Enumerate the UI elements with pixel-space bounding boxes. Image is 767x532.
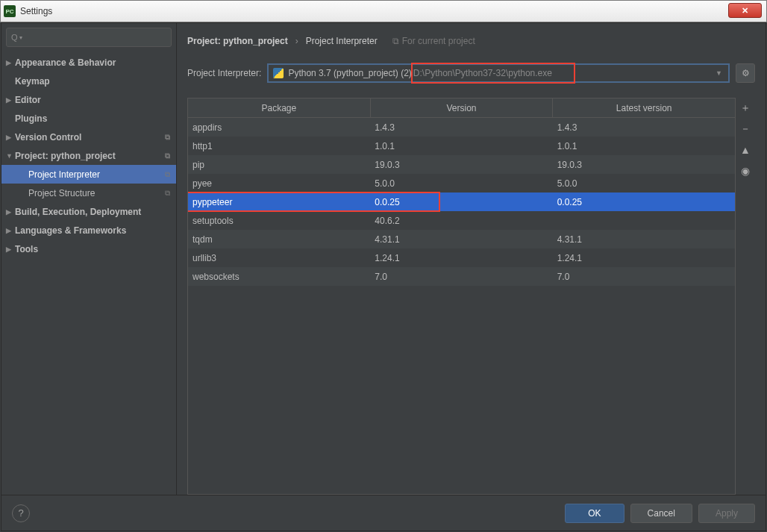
table-row[interactable]: urllib31.24.11.24.1: [188, 248, 735, 267]
title-bar: PC Settings: [0, 0, 767, 22]
cell-version: 0.0.25: [370, 197, 552, 207]
table-row[interactable]: setuptools40.6.2: [188, 211, 735, 230]
gear-icon: ⚙: [742, 68, 750, 78]
arrow-icon: ▶: [6, 245, 11, 253]
sidebar-item-label: Keymap: [15, 76, 50, 87]
table-row[interactable]: tqdm4.31.14.31.1: [188, 230, 735, 248]
sidebar-item-label: Project Structure: [28, 188, 95, 198]
cell-package: urllib3: [188, 253, 370, 263]
settings-tree: ▶Appearance & BehaviorKeymap▶EditorPlugi…: [1, 50, 176, 258]
sidebar-item[interactable]: ▶Appearance & Behavior: [1, 53, 176, 72]
show-button[interactable]: ◉: [738, 163, 753, 178]
remove-button[interactable]: －: [738, 122, 753, 137]
chevron-down-icon: ▾: [19, 34, 22, 41]
python-icon: [273, 68, 284, 78]
cancel-button[interactable]: Cancel: [630, 504, 692, 523]
cell-version: 1.4.3: [370, 122, 552, 133]
sidebar-item-label: Tools: [15, 244, 38, 254]
cell-package: setuptools: [188, 216, 370, 226]
cell-package: pyee: [188, 178, 370, 189]
sidebar-child-item[interactable]: Project Interpreter⧉: [1, 165, 176, 184]
sidebar-item[interactable]: ▶Tools: [1, 240, 176, 258]
interpreter-label: Project Interpreter:: [187, 68, 261, 78]
col-package[interactable]: Package: [188, 98, 371, 117]
table-header: Package Version Latest version: [188, 98, 735, 118]
window-title: Settings: [20, 6, 52, 16]
sidebar-child-item[interactable]: Project Structure⧉: [1, 184, 176, 202]
table-toolbar: ＋ － ▲ ◉: [736, 98, 755, 495]
sidebar-item[interactable]: ▶Version Control⧉: [1, 128, 176, 146]
table-row[interactable]: pip19.0.319.0.3: [188, 155, 735, 174]
sidebar-item-label: Editor: [15, 95, 41, 105]
interpreter-select[interactable]: Python 3.7 (python_project) (2) D:\Pytho…: [267, 63, 730, 83]
packages-area: Package Version Latest version appdirs1.…: [187, 98, 755, 495]
table-row[interactable]: pyppeteer0.0.250.0.25: [188, 193, 735, 211]
cell-latest: 0.0.25: [553, 197, 735, 207]
cell-version: 5.0.0: [370, 178, 552, 189]
arrow-icon: ▶: [6, 96, 11, 104]
cell-package: tqdm: [188, 234, 370, 245]
sidebar-item-label: Project: python_project: [15, 151, 116, 161]
cell-package: http1: [188, 141, 370, 151]
help-icon: ?: [18, 507, 23, 519]
gear-button[interactable]: ⚙: [736, 63, 755, 83]
settings-window: Q▾ ▶Appearance & BehaviorKeymap▶EditorPl…: [1, 22, 766, 531]
table-row[interactable]: websockets7.07.0: [188, 267, 735, 286]
chevron-down-icon: ▼: [716, 69, 722, 77]
sidebar-item[interactable]: ▼Project: python_project⧉: [1, 146, 176, 165]
main-panel: Project: python_project › Project Interp…: [177, 23, 766, 495]
table-body: appdirs1.4.31.4.3http11.0.11.0.1pip19.0.…: [188, 118, 735, 494]
footer: ? OK Cancel Apply: [1, 495, 766, 531]
sidebar-item[interactable]: Keymap: [1, 72, 176, 90]
cell-version: 19.0.3: [370, 160, 552, 170]
sidebar-item[interactable]: Plugins: [1, 109, 176, 128]
minus-icon: －: [740, 122, 751, 136]
sidebar-item[interactable]: ▶Editor: [1, 90, 176, 109]
breadcrumb-page: Project Interpreter: [306, 36, 378, 46]
arrow-icon: ▶: [6, 134, 11, 141]
cell-package: appdirs: [188, 122, 370, 133]
table-row[interactable]: pyee5.0.05.0.0: [188, 174, 735, 193]
interpreter-row: Project Interpreter: Python 3.7 (python_…: [187, 63, 755, 83]
cell-latest: 4.31.1: [553, 234, 735, 245]
chevron-right-icon: ›: [295, 36, 298, 46]
table-row[interactable]: http11.0.11.0.1: [188, 137, 735, 155]
interpreter-name: Python 3.7 (python_project) (2): [288, 68, 411, 78]
col-latest[interactable]: Latest version: [553, 98, 735, 117]
sidebar-item-label: Plugins: [15, 113, 47, 124]
sidebar-item[interactable]: ▶Languages & Frameworks: [1, 221, 176, 240]
close-button[interactable]: [728, 3, 762, 18]
add-button[interactable]: ＋: [738, 101, 753, 116]
copy-icon: ⧉: [165, 170, 170, 179]
arrow-icon: ▼: [6, 152, 13, 160]
content-area: Q▾ ▶Appearance & BehaviorKeymap▶EditorPl…: [1, 23, 766, 495]
copy-icon: ⧉: [165, 133, 170, 142]
up-button[interactable]: ▲: [738, 143, 753, 157]
col-version[interactable]: Version: [371, 98, 554, 117]
arrow-icon: ▶: [6, 227, 11, 234]
sidebar: Q▾ ▶Appearance & BehaviorKeymap▶EditorPl…: [1, 23, 177, 495]
cell-version: 7.0: [370, 272, 552, 282]
cell-latest: 1.0.1: [553, 141, 735, 151]
app-icon: PC: [4, 5, 16, 17]
arrow-icon: ▶: [6, 59, 11, 66]
cell-package: websockets: [188, 272, 370, 282]
breadcrumb: Project: python_project › Project Interp…: [187, 32, 755, 50]
table-row[interactable]: appdirs1.4.31.4.3: [188, 118, 735, 137]
cell-latest: 1.4.3: [553, 122, 735, 133]
breadcrumb-project: Project: python_project: [187, 36, 288, 46]
cell-package: pyppeteer: [188, 197, 370, 207]
sidebar-item[interactable]: ▶Build, Execution, Deployment: [1, 202, 176, 221]
plus-icon: ＋: [740, 101, 751, 115]
help-button[interactable]: ?: [12, 504, 30, 522]
for-current-project: ⧉ For current project: [392, 36, 475, 46]
ok-button[interactable]: OK: [565, 504, 624, 523]
sidebar-item-label: Version Control: [15, 132, 81, 143]
cell-latest: 5.0.0: [553, 178, 735, 189]
sidebar-item-label: Project Interpreter: [28, 169, 100, 180]
cell-package: pip: [188, 160, 370, 170]
search-icon: Q: [11, 33, 18, 42]
search-input[interactable]: Q▾: [6, 28, 172, 47]
apply-button[interactable]: Apply: [698, 504, 755, 523]
packages-table: Package Version Latest version appdirs1.…: [187, 98, 736, 495]
